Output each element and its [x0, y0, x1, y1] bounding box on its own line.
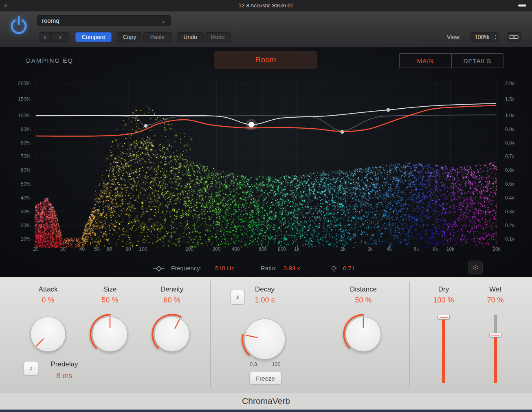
left-axis-tick: 100%: [8, 112, 31, 119]
reverb-visualizer: DAMPING EQ Room MAIN DETAILS Frequency: …: [0, 47, 532, 277]
zoom-stepper[interactable]: ▴ ▾: [492, 33, 499, 42]
right-axis-tick: 0.4x: [505, 195, 525, 201]
controls-panel: Attack 0 % ♪ Predelay 8 ms Size 50 % Den…: [0, 277, 532, 392]
redo-button[interactable]: Redo: [205, 32, 231, 42]
right-axis-tick: 0.9x: [505, 126, 525, 133]
freq-axis-tick: 60: [100, 246, 118, 252]
freq-axis-tick: 4k: [380, 246, 398, 252]
freq-axis-tick: 3k: [361, 246, 379, 252]
dry-value[interactable]: 100 %: [417, 296, 470, 305]
freq-axis-tick: 100: [134, 246, 152, 252]
undo-button[interactable]: Undo: [177, 32, 204, 42]
power-button[interactable]: [8, 15, 29, 37]
freeze-button[interactable]: Freeze: [249, 372, 281, 385]
right-axis-tick: 1.0x: [505, 112, 525, 119]
section-divider: [210, 281, 211, 388]
tab-main[interactable]: MAIN: [400, 54, 452, 68]
left-axis-tick: 150%: [8, 96, 31, 103]
ratio-label: Ratio:: [261, 264, 277, 273]
ratio-value[interactable]: 0.93 x: [284, 264, 300, 273]
freq-axis-tick: 300: [207, 246, 225, 252]
window-title: 12-8 Acoustic Strum 01: [0, 0, 532, 11]
freq-axis-tick: 400: [226, 246, 244, 252]
section-divider: [409, 281, 410, 388]
link-icon: [508, 33, 520, 41]
freq-axis-tick: 10k: [442, 246, 459, 252]
frequency-value[interactable]: 510 Hz: [215, 264, 235, 273]
eq-node-icon: [153, 265, 165, 274]
freq-axis-tick: 2k: [334, 246, 352, 252]
compare-button[interactable]: Compare: [75, 32, 112, 42]
reverb-particle-display[interactable]: [35, 80, 497, 248]
freq-axis-tick: 20: [27, 246, 45, 252]
distance-knob[interactable]: [343, 313, 384, 357]
size-label: Size: [84, 285, 136, 294]
right-axis-tick: 0.3x: [505, 208, 525, 215]
freq-axis-tick: 20k: [488, 246, 506, 252]
section-divider: [318, 281, 318, 388]
minimize-indicator[interactable]: [518, 4, 526, 7]
preset-dropdown[interactable]: roomq ⌄: [37, 15, 171, 26]
dry-label: Dry: [417, 285, 470, 294]
plugin-toolbar: roomq ⌄ ‹ › Compare Copy Paste Undo Redo…: [0, 11, 532, 47]
stepper-up-icon: ▴: [495, 34, 496, 37]
link-button[interactable]: [507, 32, 521, 42]
zoom-dropdown[interactable]: 100% ▴ ▾: [470, 32, 499, 42]
distance-value[interactable]: 50 %: [337, 296, 390, 305]
copy-button[interactable]: Copy: [117, 32, 142, 42]
slider-handle[interactable]: [437, 315, 450, 320]
plugin-name: ChromaVerb: [0, 392, 532, 410]
freq-axis-tick: 30: [54, 246, 72, 252]
predelay-sync-button[interactable]: ♪: [24, 361, 38, 376]
freq-axis-tick: 6k: [407, 246, 425, 252]
q-value[interactable]: 0.71: [343, 264, 355, 273]
titlebar: 12-8 Acoustic Strum 01: [0, 0, 532, 11]
q-label: Q:: [331, 264, 338, 273]
left-axis-tick: 200%: [8, 80, 31, 87]
left-axis-tick: 90%: [8, 126, 31, 133]
size-knob[interactable]: [89, 313, 131, 357]
preset-forward-button[interactable]: ›: [51, 32, 69, 42]
decay-label: Decay: [238, 285, 291, 294]
note-icon: ♪: [29, 364, 33, 373]
right-axis-tick: 0.5x: [505, 181, 525, 187]
preset-name: roomq: [42, 17, 59, 24]
right-axis-tick: 2.0x: [505, 80, 525, 87]
size-value[interactable]: 50 %: [84, 296, 136, 305]
slider-fill: [442, 317, 445, 383]
wet-slider[interactable]: [489, 313, 501, 386]
tab-details[interactable]: DETAILS: [452, 54, 503, 68]
right-axis-tick: 0.1x: [505, 236, 525, 242]
decay-min-label: 0.3: [244, 361, 262, 367]
left-axis-tick: 10%: [8, 236, 31, 242]
attack-label: Attack: [22, 285, 75, 294]
left-axis-tick: 70%: [8, 153, 31, 160]
decay-knob[interactable]: [241, 316, 288, 364]
paste-button[interactable]: Paste: [143, 32, 171, 42]
freq-axis-tick: 1k: [288, 246, 306, 252]
right-axis-tick: 0.6x: [505, 167, 525, 173]
attack-value[interactable]: 0 %: [22, 296, 75, 305]
density-value[interactable]: 60 %: [145, 296, 198, 305]
predelay-value[interactable]: 8 ms: [40, 372, 89, 380]
attack-knob[interactable]: [27, 313, 69, 357]
dry-slider[interactable]: [437, 313, 450, 386]
decay-max-label: 100: [267, 361, 285, 367]
view-tabs: MAIN DETAILS: [399, 53, 503, 68]
visualization-style-button[interactable]: [468, 261, 483, 274]
decay-value[interactable]: 1.00 s: [238, 296, 291, 305]
chevron-down-icon: ⌄: [161, 18, 166, 24]
room-type-button[interactable]: Room: [214, 51, 317, 69]
slider-handle[interactable]: [489, 333, 501, 337]
right-axis-tick: 0.8x: [505, 140, 525, 146]
wet-value[interactable]: 70 %: [469, 296, 522, 305]
right-axis-tick: 1.5x: [505, 96, 525, 103]
density-label: Density: [145, 285, 198, 294]
preset-back-button[interactable]: ‹: [39, 32, 51, 42]
wet-label: Wet: [469, 285, 522, 294]
right-axis-tick: 0.7x: [505, 153, 525, 160]
slider-fill: [494, 335, 497, 383]
density-knob[interactable]: [151, 313, 193, 357]
predelay-label: Predelay: [40, 360, 89, 368]
frequency-label: Frequency:: [171, 264, 202, 273]
